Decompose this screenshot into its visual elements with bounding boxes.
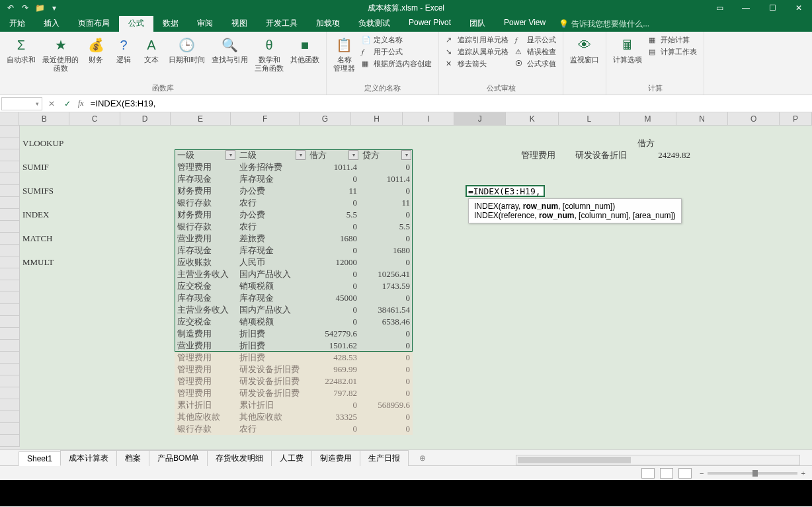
column-header[interactable]: F (231, 112, 299, 125)
cell[interactable]: 其他应收款 (175, 411, 237, 423)
cell[interactable]: 库存现金 (175, 173, 237, 185)
ribbon-tab[interactable]: 公式 (119, 16, 153, 32)
filter-dropdown-button[interactable]: ▾ (225, 150, 235, 160)
sheet-tab[interactable]: 档案 (116, 450, 149, 466)
cell[interactable]: 管理费用 (175, 161, 237, 173)
calc-now-button[interactable]: ▦开始计算 (646, 34, 700, 46)
ribbon-tab[interactable]: 数据 (153, 16, 188, 32)
row-header[interactable] (0, 173, 20, 185)
cell[interactable]: 797.82 (307, 387, 360, 399)
cell[interactable]: 0 (307, 423, 360, 435)
row-header[interactable] (0, 375, 20, 387)
horizontal-scrollbar[interactable] (516, 455, 800, 465)
cell[interactable]: 办公费 (237, 185, 307, 197)
row-header[interactable] (0, 233, 20, 245)
row-header[interactable] (0, 364, 20, 375)
cell[interactable]: 农行 (237, 423, 307, 435)
row-header[interactable] (0, 256, 20, 268)
cell[interactable]: 财务费用 (175, 185, 237, 197)
use-in-formula-button[interactable]: 𝑓用于公式 (359, 46, 434, 58)
cell[interactable]: 0 (360, 352, 413, 364)
cell[interactable]: VLOOKUP (20, 137, 71, 149)
create-from-selection-button[interactable]: ▦根据所选内容创建 (359, 58, 434, 69)
cell[interactable]: 0 (360, 375, 413, 387)
cell[interactable]: 0 (360, 423, 413, 435)
financial-button[interactable]: 💰财务 (83, 34, 109, 65)
cell[interactable]: 0 (360, 161, 413, 173)
row-header[interactable] (0, 268, 20, 280)
cell[interactable]: 5.5 (360, 221, 413, 233)
sheet-tab[interactable]: 存货收发明细 (207, 450, 272, 466)
row-header[interactable] (0, 280, 20, 292)
column-header[interactable]: H (351, 112, 403, 125)
column-header[interactable]: L (559, 112, 620, 125)
tell-me-search[interactable]: 💡告诉我您想要做什么... (559, 16, 649, 32)
sheet-tabs[interactable]: Sheet1成本计算表档案产品BOM单存货收发明细人工费制造费用生产日报⊕ (0, 449, 812, 465)
cell[interactable]: 制造费用 (175, 328, 237, 340)
cell[interactable]: 办公费 (237, 209, 307, 221)
sheet-tab[interactable]: 产品BOM单 (149, 450, 208, 466)
cell[interactable]: 研发设备折旧费 (237, 364, 307, 375)
cell[interactable]: 管理费用 (175, 352, 237, 364)
row-header[interactable] (0, 435, 20, 447)
cell[interactable]: 库存现金 (237, 292, 307, 304)
qat-dropdown-icon[interactable]: ▾ (49, 3, 60, 13)
ribbon-tab[interactable]: 开始 (0, 16, 34, 32)
select-all-corner[interactable] (0, 112, 19, 125)
cell[interactable]: 33325 (307, 411, 360, 423)
page-break-view-button[interactable] (678, 468, 692, 479)
cell[interactable]: 营业费用 (175, 233, 237, 245)
cell[interactable]: 农行 (237, 221, 307, 233)
cell[interactable]: 库存现金 (175, 245, 237, 256)
cell[interactable]: 0 (360, 292, 413, 304)
minimize-button[interactable]: — (733, 0, 759, 16)
cell[interactable]: 营业费用 (175, 340, 237, 352)
cell[interactable]: 借方 (635, 137, 693, 149)
cell[interactable]: 1680 (307, 233, 360, 245)
cell[interactable]: 1011.4 (307, 161, 360, 173)
cell[interactable]: 24249.82 (635, 149, 693, 161)
cell[interactable]: 0 (360, 387, 413, 399)
close-button[interactable]: ✕ (786, 0, 812, 16)
recent-functions-button[interactable]: ★最近使用的 函数 (40, 34, 81, 74)
row-header[interactable] (0, 197, 20, 209)
autosum-button[interactable]: Σ自动求和 (4, 34, 38, 65)
column-header[interactable]: K (506, 112, 559, 125)
cell[interactable]: 管理费用 (175, 387, 237, 399)
cell[interactable]: 0 (307, 197, 360, 209)
cell[interactable]: 研发设备折旧费 (237, 387, 307, 399)
cell[interactable]: 22482.01 (307, 375, 360, 387)
cell[interactable]: 5.5 (307, 209, 360, 221)
ribbon-tab[interactable]: 开发工具 (257, 16, 307, 32)
cell[interactable]: 差旅费 (237, 233, 307, 245)
cell[interactable]: 969.99 (307, 364, 360, 375)
row-header[interactable] (0, 423, 20, 435)
more-functions-button[interactable]: ■其他函数 (288, 34, 322, 65)
cell[interactable]: 428.53 (307, 352, 360, 364)
row-header[interactable] (0, 221, 20, 233)
ribbon-tab[interactable]: 页面布局 (69, 16, 119, 32)
cell[interactable]: 10256.41 (360, 268, 413, 280)
folder-icon[interactable]: 📁 (34, 3, 45, 13)
row-header[interactable] (0, 411, 20, 423)
cell[interactable]: 12000 (307, 256, 360, 268)
cell[interactable]: 45000 (307, 292, 360, 304)
column-header[interactable]: B (19, 112, 69, 125)
column-header[interactable]: I (403, 112, 454, 125)
sheet-tab[interactable]: Sheet1 (19, 451, 61, 466)
cell[interactable]: 主营业务收入 (175, 268, 237, 280)
cell[interactable]: 1743.59 (360, 280, 413, 292)
remove-arrows-button[interactable]: ✕移去箭头 (443, 58, 511, 69)
cell[interactable]: 11 (307, 185, 360, 197)
filter-dropdown-button[interactable]: ▾ (296, 150, 305, 160)
row-header[interactable] (0, 399, 20, 411)
zoom-slider[interactable] (708, 472, 797, 475)
formula-input[interactable] (87, 97, 812, 110)
define-name-button[interactable]: 📄定义名称 (359, 34, 434, 46)
ribbon-options-icon[interactable]: ▭ (706, 0, 733, 16)
cell[interactable]: 0 (360, 256, 413, 268)
cell[interactable]: 0 (360, 209, 413, 221)
cell[interactable]: 销项税额 (237, 280, 307, 292)
cell[interactable]: 研发设备折旧 (573, 149, 635, 161)
filter-dropdown-button[interactable]: ▾ (401, 150, 411, 160)
